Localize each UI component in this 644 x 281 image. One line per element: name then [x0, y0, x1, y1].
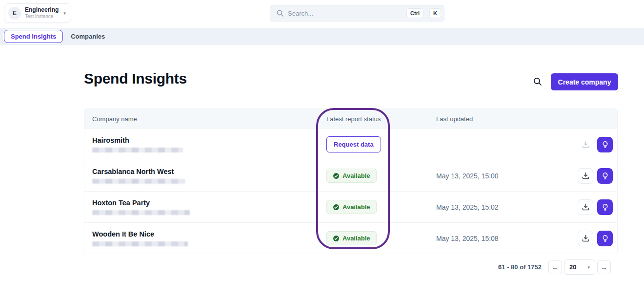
- pagination: 61 - 80 of 1752 ← 20 ▾ →: [0, 259, 611, 275]
- company-name: Carsablanca North West: [92, 168, 326, 175]
- request-data-button[interactable]: Request data: [326, 136, 381, 152]
- table-row: Hoxton Tea Party Available May 13, 2025,…: [84, 191, 617, 222]
- company-name: Hoxton Tea Party: [92, 199, 326, 207]
- table-row: Carsablanca North West Available May 13,…: [84, 160, 617, 191]
- company-name: Hairosmith: [92, 136, 326, 144]
- column-header-status: Latest report status: [326, 115, 436, 123]
- create-company-button[interactable]: Create company: [551, 73, 618, 90]
- redacted-address: [92, 241, 188, 246]
- previous-page-button[interactable]: ←: [548, 260, 562, 274]
- table-row: Hairosmith Request data: [84, 129, 617, 160]
- org-avatar: E: [8, 7, 21, 20]
- last-updated: May 13, 2025, 15:00: [436, 172, 578, 180]
- lightbulb-icon: [601, 140, 609, 149]
- company-name: Wooden It Be Nice: [92, 230, 326, 238]
- status-badge-label: Available: [342, 235, 370, 242]
- status-badge: Available: [326, 200, 377, 214]
- redacted-address: [92, 179, 185, 184]
- download-report-button[interactable]: [578, 231, 593, 246]
- check-circle-icon: [333, 173, 340, 179]
- status-badge: Available: [326, 169, 377, 183]
- nav-tabbar: Spend Insights Companies: [0, 28, 644, 45]
- org-subtitle: Test instance: [25, 14, 59, 20]
- global-search[interactable]: Ctrl K: [270, 5, 444, 22]
- lightbulb-icon: [601, 203, 609, 211]
- org-switcher[interactable]: E Engineering Test instance ▾: [4, 3, 71, 23]
- status-badge-label: Available: [342, 203, 370, 211]
- tab-companies[interactable]: Companies: [71, 33, 105, 40]
- insights-bulb-button[interactable]: [597, 231, 613, 246]
- status-badge: Available: [326, 231, 377, 245]
- check-circle-icon: [333, 204, 340, 211]
- download-report-button[interactable]: [578, 199, 593, 215]
- download-icon-disabled: [578, 137, 593, 152]
- lightbulb-icon: [601, 172, 609, 180]
- redacted-address: [92, 210, 190, 215]
- insights-bulb-button[interactable]: [597, 137, 613, 152]
- companies-table: Company name Latest report status Last u…: [84, 108, 618, 254]
- table-search-icon[interactable]: [533, 77, 543, 86]
- column-header-updated: Last updated: [436, 115, 578, 123]
- insights-bulb-button[interactable]: [597, 199, 613, 215]
- last-updated: May 13, 2025, 15:08: [436, 235, 578, 242]
- chevron-down-icon: ▾: [587, 265, 590, 270]
- last-updated: May 13, 2025, 15:02: [436, 203, 578, 211]
- shortcut-k-key: K: [429, 8, 441, 18]
- table-row: Wooden It Be Nice Available May 13, 2025…: [84, 222, 617, 254]
- status-badge-label: Available: [342, 172, 370, 179]
- pagination-range: 61 - 80 of 1752: [498, 263, 542, 271]
- top-header: E Engineering Test instance ▾ Ctrl K: [0, 0, 644, 27]
- check-circle-icon: [333, 235, 340, 242]
- next-page-button[interactable]: →: [597, 260, 611, 274]
- page-size-value: 20: [569, 263, 576, 271]
- download-icon: [582, 172, 590, 180]
- search-icon: [276, 9, 284, 17]
- shortcut-ctrl-key: Ctrl: [406, 8, 423, 18]
- column-header-company: Company name: [84, 115, 326, 123]
- tab-spend-insights[interactable]: Spend Insights: [4, 30, 63, 43]
- download-report-button[interactable]: [578, 168, 593, 184]
- lightbulb-icon: [601, 234, 609, 242]
- insights-bulb-button[interactable]: [597, 168, 613, 184]
- chevron-down-icon: ▾: [63, 11, 66, 16]
- search-input[interactable]: [288, 10, 401, 17]
- redacted-address: [92, 148, 183, 152]
- page-title: Spend Insights: [84, 70, 187, 87]
- page-size-select[interactable]: 20 ▾: [564, 259, 595, 275]
- table-header-row: Company name Latest report status Last u…: [84, 109, 617, 129]
- download-icon: [582, 203, 590, 211]
- download-icon: [582, 234, 590, 242]
- org-name: Engineering: [25, 7, 59, 14]
